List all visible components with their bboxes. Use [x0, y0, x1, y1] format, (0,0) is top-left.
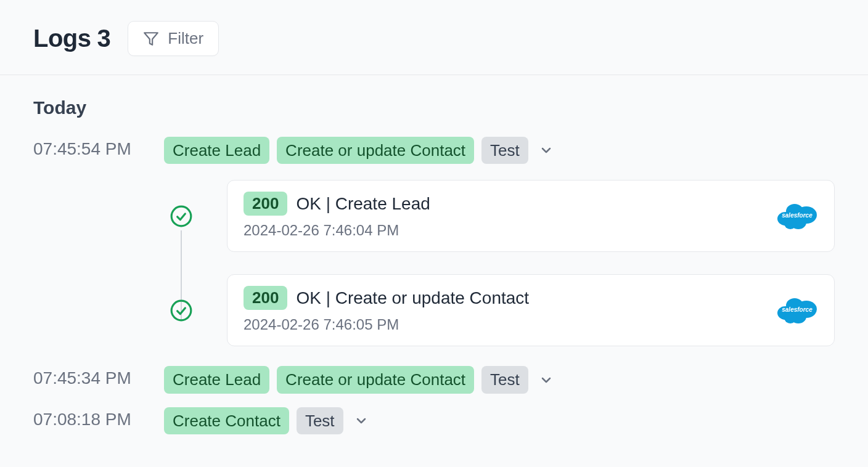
log-entry-expanded: 200 OK | Create Lead 2024-02-26 7:46:04 … [33, 180, 835, 352]
filter-icon [143, 31, 159, 47]
svg-point-6 [784, 218, 796, 229]
filter-label: Filter [168, 29, 203, 48]
logs-count: 3 [97, 25, 111, 52]
log-entry-tags: Create Lead Create or update Contact Tes… [164, 137, 835, 164]
log-step-card-main: 200 OK | Create Lead 2024-02-26 7:46:04 … [244, 192, 764, 239]
collapse-toggle[interactable] [536, 140, 557, 161]
log-step: 200 OK | Create Lead 2024-02-26 7:46:04 … [163, 180, 835, 252]
section-heading: Today [33, 97, 835, 118]
svg-marker-0 [144, 33, 158, 45]
header: Logs 3 Filter [0, 0, 868, 75]
http-status-badge: 200 [244, 192, 287, 216]
page-title-text: Logs [33, 25, 91, 52]
log-entry-time: 07:45:34 PM [33, 366, 157, 388]
action-tag[interactable]: Create Lead [164, 366, 269, 393]
svg-point-8 [171, 301, 191, 320]
step-status-icon-wrap [163, 205, 200, 228]
content: Today 07:45:54 PM Create Lead Create or … [0, 75, 868, 467]
log-step-timestamp: 2024-02-26 7:46:05 PM [244, 316, 764, 333]
env-tag[interactable]: Test [297, 407, 343, 434]
log-entry-time: 07:45:54 PM [33, 137, 157, 159]
log-step-title-row: 200 OK | Create Lead [244, 192, 764, 216]
log-entry: 07:45:54 PM Create Lead Create or update… [33, 137, 835, 352]
log-step-card-main: 200 OK | Create or update Contact 2024-0… [244, 286, 764, 333]
expand-toggle[interactable] [536, 370, 557, 391]
http-status-badge: 200 [244, 286, 287, 310]
log-entry-time: 07:08:18 PM [33, 407, 157, 429]
svg-text:salesforce: salesforce [782, 306, 813, 313]
log-step-card[interactable]: 200 OK | Create Lead 2024-02-26 7:46:04 … [227, 180, 835, 252]
log-step-title-row: 200 OK | Create or update Contact [244, 286, 764, 310]
check-circle-icon [170, 205, 193, 228]
check-circle-icon [170, 299, 193, 322]
action-tag[interactable]: Create or update Contact [277, 137, 474, 164]
log-step-title: OK | Create or update Contact [296, 288, 529, 308]
log-entry: 07:45:34 PM Create Lead Create or update… [33, 366, 835, 393]
chevron-down-icon [354, 413, 369, 428]
provider-icon-salesforce: salesforce [776, 200, 818, 231]
svg-text:salesforce: salesforce [782, 212, 813, 219]
log-entry-tags: Create Contact Test [164, 407, 835, 434]
salesforce-icon: salesforce [776, 294, 818, 325]
step-status-icon-wrap [163, 299, 200, 322]
log-entry-tags: Create Lead Create or update Contact Tes… [164, 366, 835, 393]
salesforce-icon: salesforce [776, 200, 818, 231]
svg-point-1 [171, 206, 191, 226]
chevron-down-icon [539, 143, 554, 158]
log-step: 200 OK | Create or update Contact 2024-0… [163, 274, 835, 346]
action-tag[interactable]: Create Lead [164, 137, 269, 164]
provider-icon-salesforce: salesforce [776, 294, 818, 325]
svg-point-13 [784, 312, 796, 323]
log-step-timestamp: 2024-02-26 7:46:04 PM [244, 222, 764, 239]
logs-page: Logs 3 Filter Today 07:45:54 PM Create L… [0, 0, 868, 467]
page-title: Logs 3 [33, 25, 110, 52]
action-tag[interactable]: Create Contact [164, 407, 289, 434]
filter-button[interactable]: Filter [128, 21, 219, 56]
action-tag[interactable]: Create or update Contact [277, 366, 474, 393]
log-step-card[interactable]: 200 OK | Create or update Contact 2024-0… [227, 274, 835, 346]
expand-toggle[interactable] [351, 410, 372, 431]
env-tag[interactable]: Test [481, 366, 528, 393]
env-tag[interactable]: Test [481, 137, 528, 164]
log-step-title: OK | Create Lead [296, 194, 430, 214]
chevron-down-icon [539, 373, 554, 388]
log-entry: 07:08:18 PM Create Contact Test [33, 407, 835, 434]
